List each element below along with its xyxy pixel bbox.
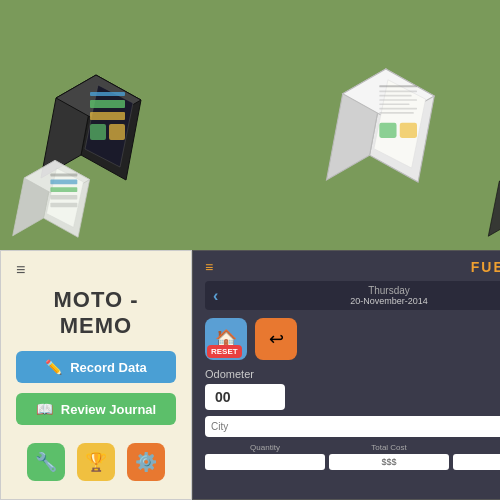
fuel-header: ≡ FUEL INPUT [205,259,500,275]
city-state-row: State [205,416,500,437]
svg-rect-14 [50,180,77,185]
panel-top-left [0,0,192,250]
svg-rect-23 [379,91,417,93]
back-button[interactable]: ↩ [255,318,297,360]
reset-label[interactable]: RESET [207,345,242,358]
svg-rect-16 [50,195,77,200]
svg-rect-22 [379,85,417,87]
svg-rect-27 [379,108,417,110]
quantity-header: Quantity [205,443,325,452]
city-input[interactable] [205,416,500,437]
rate-input[interactable] [453,454,500,470]
svg-rect-4 [90,92,125,96]
fuel-hamburger-icon[interactable]: ≡ [205,259,213,275]
svg-rect-26 [379,103,409,105]
odometer-input[interactable] [205,384,285,410]
svg-rect-29 [379,123,396,138]
app-header: ≡ [16,261,176,279]
app-layout: ≡ MOTO - MEMO ✏️ Record Data 📖 Review Jo… [0,0,500,500]
trophy-icon-btn[interactable]: 🏆 [77,443,115,481]
review-journal-label: Review Journal [61,402,156,417]
total-cost-header: Total Cost [329,443,449,452]
phone-mockup-light-small [5,145,105,245]
home-btn-wrap: 🏠 RESET [205,318,247,360]
date-full: 20-November-2014 [350,296,428,306]
phone-mockup-dark-small [481,150,500,245]
book-icon: 📖 [36,401,53,417]
panel-top-right [192,0,500,250]
date-display: Thursday 20-November-2014 [350,285,428,306]
svg-rect-28 [379,112,413,114]
gear-icon-btn[interactable]: ⚙️ [127,443,165,481]
svg-marker-32 [488,165,500,237]
svg-rect-5 [90,100,125,108]
pencil-icon: ✏️ [45,359,62,375]
phone-mockup-white [319,55,459,195]
date-nav-bar: ‹ Thursday 20-November-2014 › [205,281,500,310]
panel-bottom-left: ≡ MOTO - MEMO ✏️ Record Data 📖 Review Jo… [0,250,192,500]
svg-rect-13 [50,173,77,176]
odometer-label: Odometer [205,368,500,380]
table-row [205,454,500,470]
date-prev-arrow[interactable]: ‹ [213,287,218,305]
panel-bottom-right: ≡ FUEL INPUT ‹ Thursday 20-November-2014… [192,250,500,500]
app-title: MOTO - MEMO [16,287,176,339]
svg-rect-30 [400,123,417,138]
svg-rect-25 [379,99,417,101]
quantity-input[interactable] [205,454,325,470]
date-day: Thursday [350,285,428,296]
svg-rect-8 [109,124,125,140]
svg-rect-6 [90,112,125,120]
fuel-title: FUEL INPUT [471,259,500,275]
total-cost-input[interactable] [329,454,449,470]
hamburger-icon[interactable]: ≡ [16,261,25,279]
svg-rect-15 [50,187,77,192]
svg-rect-17 [50,203,77,208]
svg-rect-24 [379,95,411,97]
record-data-label: Record Data [70,360,147,375]
bottom-icon-row: 🔧 🏆 ⚙️ [27,443,165,481]
rate-header: Rate [453,443,500,452]
table-header: Quantity Total Cost Rate [205,443,500,452]
review-journal-button[interactable]: 📖 Review Journal [16,393,176,425]
svg-rect-7 [90,124,106,140]
record-data-button[interactable]: ✏️ Record Data [16,351,176,383]
wrench-icon-btn[interactable]: 🔧 [27,443,65,481]
action-buttons-row: 🏠 RESET ↩ [205,318,500,360]
